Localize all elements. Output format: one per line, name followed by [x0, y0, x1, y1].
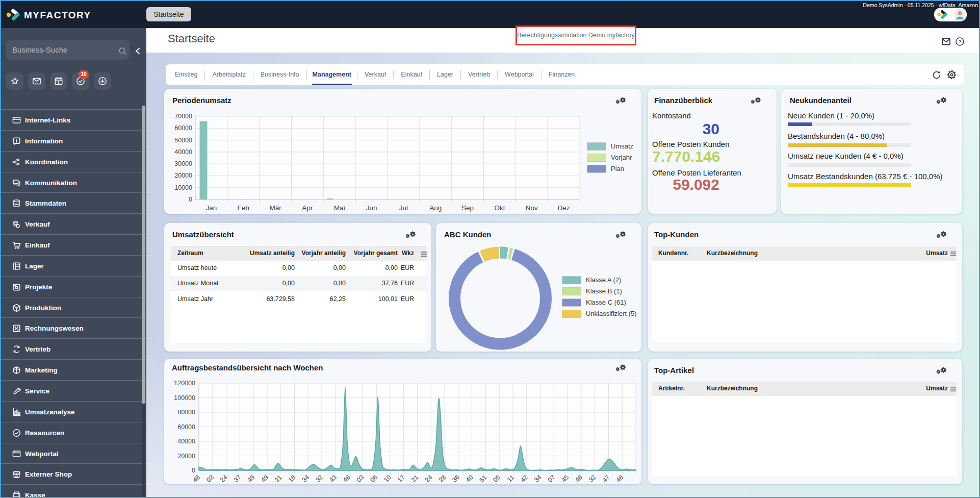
- svg-text:48: 48: [342, 474, 352, 484]
- svg-text:43: 43: [328, 474, 338, 484]
- svg-text:24: 24: [219, 474, 229, 484]
- svg-text:Apr: Apr: [302, 204, 313, 212]
- svg-text:03: 03: [355, 474, 366, 484]
- svg-text:07: 07: [547, 474, 557, 484]
- svg-text:34: 34: [533, 474, 543, 484]
- svg-text:80000: 80000: [177, 409, 195, 416]
- svg-text:Jul: Jul: [399, 204, 408, 212]
- svg-text:Okt: Okt: [494, 204, 505, 212]
- svg-text:18: 18: [287, 474, 297, 484]
- svg-text:20000: 20000: [174, 172, 192, 179]
- svg-text:42: 42: [519, 474, 529, 484]
- svg-text:28: 28: [437, 474, 447, 484]
- svg-text:03: 03: [205, 474, 215, 484]
- svg-text:45: 45: [560, 474, 570, 484]
- svg-text:49: 49: [260, 474, 270, 484]
- svg-text:48: 48: [615, 474, 625, 484]
- svg-text:Jan: Jan: [206, 204, 217, 212]
- svg-text:51: 51: [478, 474, 488, 484]
- svg-text:32: 32: [587, 474, 598, 484]
- svg-text:34: 34: [301, 474, 311, 484]
- svg-text:?: ?: [958, 39, 961, 44]
- svg-text:11: 11: [506, 474, 515, 483]
- svg-text:24: 24: [424, 474, 434, 484]
- svg-text:40000: 40000: [177, 438, 195, 445]
- svg-text:37: 37: [233, 474, 243, 484]
- svg-text:60000: 60000: [174, 124, 192, 132]
- svg-text:32: 32: [314, 474, 324, 484]
- svg-text:20000: 20000: [177, 453, 195, 460]
- svg-text:Mai: Mai: [334, 204, 345, 212]
- svg-text:50000: 50000: [174, 137, 192, 144]
- svg-text:21: 21: [273, 474, 283, 484]
- svg-text:40: 40: [465, 474, 475, 484]
- svg-text:Dez: Dez: [558, 204, 570, 212]
- svg-text:47: 47: [601, 474, 611, 484]
- svg-text:30000: 30000: [174, 160, 192, 167]
- svg-text:Nov: Nov: [526, 204, 538, 212]
- svg-text:10: 10: [382, 474, 393, 484]
- svg-text:17: 17: [396, 474, 406, 484]
- svg-text:48: 48: [574, 474, 584, 484]
- svg-text:0: 0: [192, 467, 195, 474]
- svg-text:21: 21: [410, 474, 420, 484]
- svg-text:Mär: Mär: [269, 204, 281, 212]
- svg-text:100000: 100000: [174, 394, 195, 402]
- svg-text:0: 0: [189, 196, 192, 203]
- svg-text:70000: 70000: [174, 113, 192, 120]
- svg-text:Jun: Jun: [366, 204, 377, 212]
- svg-text:05: 05: [492, 474, 502, 484]
- svg-text:48: 48: [191, 474, 201, 484]
- svg-text:60000: 60000: [177, 424, 195, 431]
- svg-text:36: 36: [451, 474, 461, 484]
- svg-text:Aug: Aug: [429, 204, 442, 212]
- svg-text:40000: 40000: [174, 148, 192, 156]
- svg-text:120000: 120000: [174, 380, 195, 387]
- svg-text:10000: 10000: [174, 184, 192, 191]
- svg-text:Sep: Sep: [461, 204, 474, 212]
- svg-text:Feb: Feb: [238, 204, 249, 212]
- svg-text:49: 49: [246, 474, 256, 484]
- svg-text:06: 06: [369, 474, 379, 484]
